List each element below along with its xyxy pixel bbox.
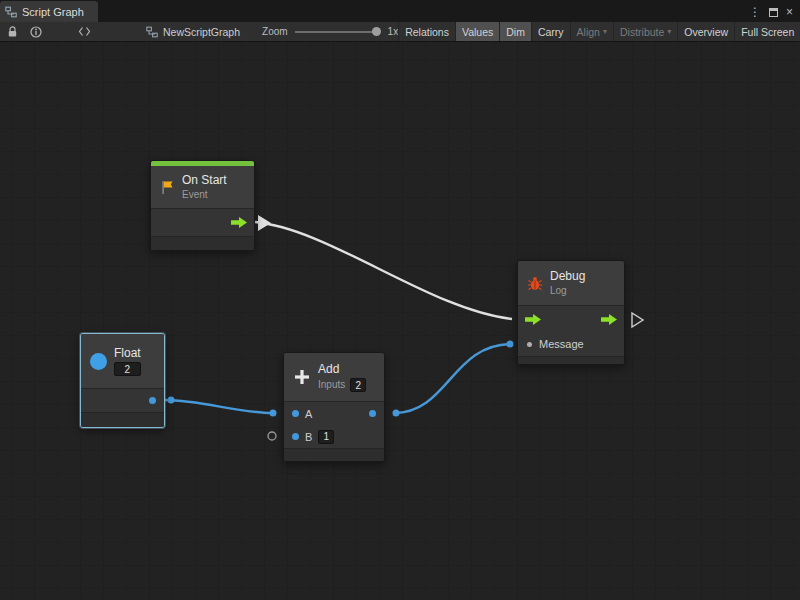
bug-icon (527, 275, 543, 291)
message-port-row: Message (518, 332, 624, 356)
port-a-label: A (305, 408, 312, 420)
dim-button[interactable]: Dim (499, 22, 531, 42)
add-inputs-count-field[interactable]: 2 (350, 378, 366, 392)
port-b-value-field[interactable]: 1 (318, 430, 334, 444)
message-label: Message (539, 338, 584, 350)
exec-row (518, 305, 624, 332)
wire-onstart-to-log[interactable] (255, 222, 512, 319)
window-maximize-icon[interactable] (769, 8, 778, 17)
info-icon[interactable] (24, 22, 48, 42)
window-menu-icon[interactable]: ⋮ (749, 5, 761, 19)
node-subtitle: Event (182, 189, 227, 201)
wire-add-to-message[interactable] (394, 344, 512, 413)
exec-output-arrow-icon[interactable] (601, 314, 617, 325)
node-header[interactable]: Float 2 (81, 334, 164, 388)
script-graph-icon (5, 6, 17, 18)
values-button[interactable]: Values (455, 22, 499, 42)
carry-button[interactable]: Carry (531, 22, 570, 42)
window-controls: ⋮ × (749, 5, 800, 22)
plus-icon (293, 368, 311, 386)
graph-canvas[interactable]: On Start Event Float 2 (0, 42, 800, 600)
float-output-port[interactable] (149, 397, 156, 404)
exec-output-row (151, 208, 254, 236)
toolbar-buttons: Relations Values Dim Carry Align▾ Distri… (398, 22, 800, 42)
zoom-slider-knob[interactable] (372, 27, 381, 36)
node-header[interactable]: Debug Log (518, 261, 624, 305)
chevron-down-icon: ▾ (667, 27, 671, 36)
overview-button[interactable]: Overview (677, 22, 734, 42)
fullscreen-button[interactable]: Full Screen (734, 22, 800, 42)
node-subtitle: Inputs (318, 379, 345, 391)
node-footer (151, 236, 254, 250)
wire-layer (0, 42, 800, 600)
zoom-slider[interactable] (295, 26, 381, 37)
code-icon[interactable] (72, 22, 96, 42)
node-on-start[interactable]: On Start Event (150, 160, 255, 251)
lock-icon[interactable] (0, 22, 24, 42)
node-debug-log[interactable]: Debug Log Message (517, 260, 625, 365)
port-a-input[interactable] (292, 410, 299, 417)
exec-input-arrow-icon[interactable] (525, 314, 541, 325)
tab-script-graph[interactable]: Script Graph (0, 1, 98, 22)
port-b-input[interactable] (292, 433, 299, 440)
zoom-label: Zoom (262, 26, 288, 37)
chevron-down-icon: ▾ (603, 27, 607, 36)
zoom-value: 1x (388, 26, 399, 37)
exec-continue-triangle[interactable] (632, 313, 643, 327)
tab-title: Script Graph (22, 6, 84, 18)
node-title: Add (318, 362, 366, 376)
align-button[interactable]: Align▾ (570, 22, 613, 42)
flag-icon (160, 180, 175, 195)
window-close-icon[interactable]: × (786, 5, 793, 19)
graph-name[interactable]: NewScriptGraph (146, 26, 240, 38)
relations-button[interactable]: Relations (398, 22, 455, 42)
distribute-button[interactable]: Distribute▾ (613, 22, 677, 42)
node-subtitle: Log (550, 285, 585, 297)
port-a-output[interactable] (369, 410, 376, 417)
node-header[interactable]: On Start Event (151, 166, 254, 208)
float-type-icon (90, 353, 107, 370)
wire-endpoint-dot (507, 341, 514, 348)
node-header[interactable]: Add Inputs 2 (284, 353, 384, 401)
wire-endpoint-dot (393, 410, 400, 417)
node-title: Debug (550, 269, 585, 283)
exec-output-arrow-icon[interactable] (231, 217, 247, 228)
float-output-row (81, 388, 164, 412)
node-title: On Start (182, 173, 227, 187)
message-input-port[interactable] (527, 342, 532, 347)
graph-name-label: NewScriptGraph (163, 26, 240, 38)
port-b-label: B (305, 431, 312, 443)
zoom-control: Zoom 1x (262, 26, 398, 37)
wire-endpoint-dot (168, 397, 175, 404)
float-value-field[interactable]: 2 (114, 362, 141, 376)
node-add[interactable]: Add Inputs 2 A B 1 (283, 352, 385, 462)
graph-toolbar: NewScriptGraph Zoom 1x Relations Values … (0, 22, 800, 42)
unconnected-port-ring[interactable] (268, 432, 276, 440)
zoom-slider-track (295, 31, 379, 33)
graph-file-icon (146, 26, 158, 38)
node-float[interactable]: Float 2 (80, 333, 165, 428)
node-title: Float (114, 346, 141, 360)
node-footer (518, 356, 624, 364)
node-footer (81, 412, 164, 427)
port-row-b: B 1 (284, 425, 384, 448)
node-footer (284, 448, 384, 461)
script-graph-window: Script Graph ⋮ × (0, 0, 800, 600)
wire-endpoint-dot (270, 410, 277, 417)
exec-wire-arrow-marker (258, 215, 271, 231)
port-row-a: A (284, 401, 384, 425)
tab-bar: Script Graph ⋮ × (0, 0, 800, 22)
wire-float-to-add-a[interactable] (165, 400, 273, 413)
